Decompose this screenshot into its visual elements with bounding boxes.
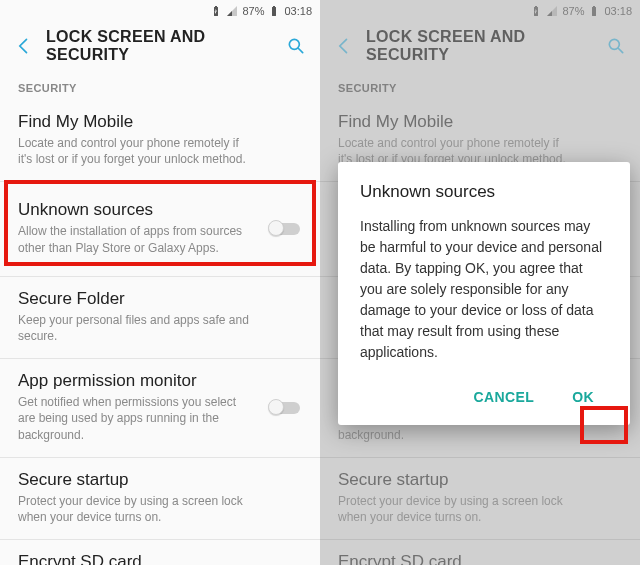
app-bar: LOCK SCREEN AND SECURITY: [0, 22, 320, 70]
item-sub: Allow the installation of apps from sour…: [18, 223, 302, 255]
toggle-app-permission-monitor[interactable]: [268, 399, 302, 417]
item-unknown-sources[interactable]: Unknown sources Allow the installation o…: [0, 182, 320, 275]
item-find-my-mobile[interactable]: Find My Mobile Locate and control your p…: [0, 100, 320, 181]
ok-button[interactable]: OK: [558, 379, 608, 415]
battery-saver-icon: [210, 5, 222, 17]
search-icon: [286, 36, 306, 56]
phone-left: 87% 03:18 LOCK SCREEN AND SECURITY SECUR…: [0, 0, 320, 565]
dialog-title: Unknown sources: [360, 182, 608, 202]
page-title: LOCK SCREEN AND SECURITY: [46, 28, 280, 64]
status-bar: 87% 03:18: [0, 0, 320, 22]
clock-text: 03:18: [284, 5, 312, 17]
item-secure-startup[interactable]: Secure startup Protect your device by us…: [0, 458, 320, 539]
chevron-left-icon: [14, 36, 34, 56]
cancel-button[interactable]: CANCEL: [459, 379, 548, 415]
dialog-message: Installing from unknown sources may be h…: [360, 216, 608, 363]
dialog-actions: CANCEL OK: [360, 379, 608, 415]
item-secure-folder[interactable]: Secure Folder Keep your personal files a…: [0, 277, 320, 358]
item-sub: Locate and control your phone remotely i…: [18, 135, 302, 167]
back-button[interactable]: [8, 30, 40, 62]
item-app-permission-monitor[interactable]: App permission monitor Get notified when…: [0, 359, 320, 457]
item-encrypt-sd[interactable]: Encrypt SD card No SD card inserted: [0, 540, 320, 565]
search-button[interactable]: [280, 30, 312, 62]
battery-icon: [268, 5, 280, 17]
battery-text: 87%: [242, 5, 264, 17]
item-title: Find My Mobile: [18, 112, 302, 132]
item-title: Encrypt SD card: [18, 552, 302, 565]
signal-icon: [226, 5, 238, 17]
item-title: Secure Folder: [18, 289, 302, 309]
item-title: Unknown sources: [18, 200, 302, 220]
item-sub: Protect your device by using a screen lo…: [18, 493, 302, 525]
toggle-unknown-sources[interactable]: [268, 220, 302, 238]
item-title: Secure startup: [18, 470, 302, 490]
svg-point-0: [289, 39, 299, 49]
item-sub: Get notified when permissions you select…: [18, 394, 302, 443]
item-sub: Keep your personal files and apps safe a…: [18, 312, 302, 344]
dialog-unknown-sources: Unknown sources Installing from unknown …: [338, 162, 630, 425]
item-title: App permission monitor: [18, 371, 302, 391]
section-security: SECURITY: [0, 70, 320, 100]
phone-right: 87% 03:18 LOCK SCREEN AND SECURITY SECUR…: [320, 0, 640, 565]
